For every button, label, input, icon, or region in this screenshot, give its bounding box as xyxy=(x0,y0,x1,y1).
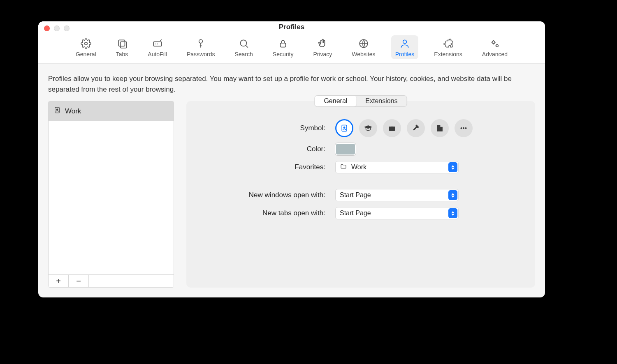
detail-segmented-control: General Extensions xyxy=(314,95,407,107)
new-windows-value: Start Page xyxy=(340,191,371,199)
tab-tabs[interactable]: Tabs xyxy=(112,35,132,59)
new-tabs-value: Start Page xyxy=(340,210,371,217)
row-new-windows: New windows open with: Start Page xyxy=(199,189,523,201)
preferences-window: Profiles General Tabs AutoFill Pass xyxy=(38,21,545,297)
tab-label: Advanced xyxy=(482,51,508,58)
tab-label: General xyxy=(76,51,96,58)
symbol-picker xyxy=(335,119,473,137)
label-symbol: Symbol: xyxy=(199,124,325,132)
person-icon xyxy=(399,38,411,49)
tab-label: Profiles xyxy=(395,51,415,58)
panels: Work + − General Extensions xyxy=(48,101,535,288)
svg-point-0 xyxy=(85,42,88,45)
folder-icon xyxy=(340,163,347,171)
tab-label: Websites xyxy=(352,51,375,58)
svg-rect-2 xyxy=(120,42,126,48)
remove-profile-button[interactable]: − xyxy=(69,275,89,287)
label-new-tabs: New tabs open with: xyxy=(199,209,325,217)
svg-rect-21 xyxy=(439,127,439,127)
badge-icon xyxy=(53,106,61,117)
svg-point-8 xyxy=(403,40,407,44)
select-stepper-icon xyxy=(448,190,457,200)
segment-general[interactable]: General xyxy=(315,96,356,106)
tab-passwords[interactable]: Passwords xyxy=(183,35,219,59)
tab-label: Extensions xyxy=(434,51,462,58)
svg-rect-18 xyxy=(438,126,438,127)
svg-point-23 xyxy=(463,127,464,129)
gear-icon xyxy=(80,38,92,49)
description-text: Profiles allow you to keep your browsing… xyxy=(48,74,535,94)
label-favorites: Favorites: xyxy=(199,163,325,171)
segment-extensions[interactable]: Extensions xyxy=(356,96,406,106)
close-button[interactable] xyxy=(44,25,50,31)
row-color: Color: xyxy=(199,143,523,155)
svg-point-14 xyxy=(343,127,345,128)
minimize-button[interactable] xyxy=(54,25,60,31)
row-symbol: Symbol: xyxy=(199,119,523,137)
label-color: Color: xyxy=(199,145,325,153)
svg-point-24 xyxy=(465,127,466,129)
favorites-select[interactable]: Work xyxy=(335,161,459,173)
color-picker[interactable] xyxy=(335,143,356,155)
tab-label: AutoFill xyxy=(148,51,167,58)
select-stepper-icon xyxy=(448,208,457,218)
search-icon xyxy=(238,38,250,49)
tab-general[interactable]: General xyxy=(72,35,100,59)
tab-search[interactable]: Search xyxy=(230,35,257,59)
select-stepper-icon xyxy=(448,162,457,172)
profiles-list: Work + − xyxy=(48,101,174,288)
symbol-building[interactable] xyxy=(431,119,449,137)
detail-panel: General Extensions Symbol: xyxy=(186,101,535,288)
profile-name: Work xyxy=(65,107,81,115)
tabs-icon xyxy=(116,38,128,49)
globe-icon xyxy=(358,38,369,49)
add-profile-button[interactable]: + xyxy=(49,275,69,287)
tab-autofill[interactable]: AutoFill xyxy=(144,35,171,59)
symbol-briefcase[interactable] xyxy=(383,119,401,137)
label-new-windows: New windows open with: xyxy=(199,191,325,199)
tab-label: Privacy xyxy=(313,51,332,58)
symbol-badge[interactable] xyxy=(335,119,353,137)
preferences-toolbar: General Tabs AutoFill Passwords Search xyxy=(38,33,545,64)
tab-websites[interactable]: Websites xyxy=(348,35,379,59)
tab-label: Security xyxy=(273,51,294,58)
row-new-tabs: New tabs open with: Start Page xyxy=(199,207,523,219)
window-controls xyxy=(44,25,70,31)
symbol-hammer[interactable] xyxy=(407,119,425,137)
footer-spacer xyxy=(89,275,174,287)
svg-point-12 xyxy=(56,109,58,111)
tab-privacy[interactable]: Privacy xyxy=(309,35,336,59)
tab-security[interactable]: Security xyxy=(269,35,298,59)
symbol-graduation[interactable] xyxy=(359,119,377,137)
symbol-more[interactable] xyxy=(455,119,473,137)
tab-label: Passwords xyxy=(187,51,215,58)
tab-label: Tabs xyxy=(116,51,128,58)
new-windows-select[interactable]: Start Page xyxy=(335,189,459,201)
svg-rect-20 xyxy=(438,127,438,127)
svg-point-22 xyxy=(461,127,462,129)
tab-extensions[interactable]: Extensions xyxy=(430,35,466,59)
svg-point-4 xyxy=(199,39,203,43)
profiles-rows: Work xyxy=(49,101,174,274)
fullscreen-button[interactable] xyxy=(64,25,70,31)
titlebar: Profiles xyxy=(38,21,545,33)
svg-rect-17 xyxy=(440,127,443,131)
puzzle-icon xyxy=(443,38,454,49)
svg-rect-15 xyxy=(389,127,395,131)
profile-row-work[interactable]: Work xyxy=(49,101,174,121)
new-tabs-select[interactable]: Start Page xyxy=(335,207,459,219)
list-footer: + − xyxy=(49,274,174,287)
window-title: Profiles xyxy=(279,23,304,31)
gears-icon xyxy=(489,38,501,49)
row-favorites: Favorites: Work xyxy=(199,161,523,173)
svg-rect-19 xyxy=(439,126,439,127)
tab-profiles[interactable]: Profiles xyxy=(391,35,419,59)
content-area: Profiles allow you to keep your browsing… xyxy=(38,64,545,297)
svg-rect-6 xyxy=(281,43,286,47)
svg-point-5 xyxy=(240,40,246,46)
svg-rect-1 xyxy=(118,40,125,46)
autofill-icon xyxy=(152,38,163,49)
tab-advanced[interactable]: Advanced xyxy=(478,35,512,59)
detail-form: Symbol: xyxy=(199,119,523,219)
favorites-value: Work xyxy=(351,164,366,171)
